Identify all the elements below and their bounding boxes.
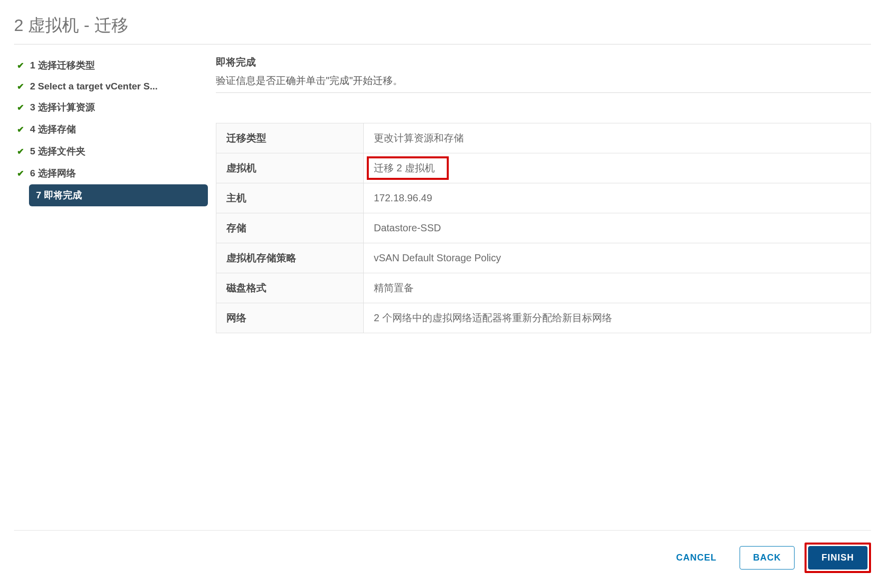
cancel-button[interactable]: CANCEL	[663, 547, 730, 569]
wizard-content: 即将完成 验证信息是否正确并单击"完成"开始迁移。 迁移类型更改计算资源和存储虚…	[216, 54, 871, 333]
content-description: 验证信息是否正确并单击"完成"开始迁移。	[216, 74, 871, 87]
summary-value: vSAN Default Storage Policy	[364, 243, 871, 273]
finish-highlight: FINISH	[805, 543, 871, 573]
wizard-step-5[interactable]: ✔5 选择文件夹	[14, 140, 208, 162]
wizard-step-1[interactable]: ✔1 选择迁移类型	[14, 54, 208, 76]
table-row: 存储Datastore-SSD	[216, 213, 871, 243]
table-row: 磁盘格式精简置备	[216, 273, 871, 303]
divider	[14, 44, 871, 44]
wizard-step-label: 3 选择计算资源	[30, 101, 95, 114]
summary-value: 精简置备	[364, 273, 871, 303]
summary-value: 172.18.96.49	[364, 183, 871, 213]
summary-value: Datastore-SSD	[364, 213, 871, 243]
table-row: 虚拟机迁移 2 虚拟机	[216, 153, 871, 183]
table-row: 虚拟机存储策略vSAN Default Storage Policy	[216, 243, 871, 273]
wizard-step-2[interactable]: ✔2 Select a target vCenter S...	[14, 76, 208, 96]
wizard-step-label: 2 Select a target vCenter S...	[30, 81, 158, 92]
summary-key: 磁盘格式	[216, 273, 364, 303]
summary-key: 迁移类型	[216, 123, 364, 153]
wizard-steps-sidebar: ✔1 选择迁移类型✔2 Select a target vCenter S...…	[14, 54, 216, 206]
wizard-step-label: 6 选择网络	[30, 167, 76, 180]
check-icon: ✔	[17, 168, 27, 179]
content-title: 即将完成	[216, 55, 871, 69]
check-icon: ✔	[17, 81, 27, 92]
wizard-step-label: 1 选择迁移类型	[30, 59, 95, 72]
summary-key: 存储	[216, 213, 364, 243]
value-highlight: 迁移 2 虚拟机	[367, 156, 449, 180]
summary-table: 迁移类型更改计算资源和存储虚拟机迁移 2 虚拟机主机172.18.96.49存储…	[216, 123, 871, 333]
divider	[216, 92, 871, 93]
summary-key: 虚拟机	[216, 153, 364, 183]
wizard-step-label: 4 选择存储	[30, 123, 76, 136]
summary-key: 主机	[216, 183, 364, 213]
wizard-step-label: 7 即将完成	[36, 189, 82, 202]
summary-value: 2 个网络中的虚拟网络适配器将重新分配给新目标网络	[364, 303, 871, 333]
table-row: 网络2 个网络中的虚拟网络适配器将重新分配给新目标网络	[216, 303, 871, 333]
check-icon: ✔	[17, 124, 27, 135]
wizard-footer: CANCEL BACK FINISH	[14, 530, 871, 573]
summary-key: 虚拟机存储策略	[216, 243, 364, 273]
check-icon: ✔	[17, 102, 27, 113]
table-row: 迁移类型更改计算资源和存储	[216, 123, 871, 153]
back-button[interactable]: BACK	[740, 546, 795, 570]
summary-value: 迁移 2 虚拟机	[364, 153, 871, 183]
wizard-title: 2 虚拟机 - 迁移	[14, 14, 871, 37]
check-icon: ✔	[17, 60, 27, 71]
wizard-step-6[interactable]: ✔6 选择网络	[14, 162, 208, 184]
table-row: 主机172.18.96.49	[216, 183, 871, 213]
wizard-step-4[interactable]: ✔4 选择存储	[14, 118, 208, 140]
wizard-step-7: 7 即将完成	[29, 184, 208, 206]
summary-key: 网络	[216, 303, 364, 333]
summary-value: 更改计算资源和存储	[364, 123, 871, 153]
wizard-step-label: 5 选择文件夹	[30, 145, 85, 158]
check-icon: ✔	[17, 146, 27, 157]
wizard-step-3[interactable]: ✔3 选择计算资源	[14, 96, 208, 118]
finish-button[interactable]: FINISH	[808, 546, 868, 570]
